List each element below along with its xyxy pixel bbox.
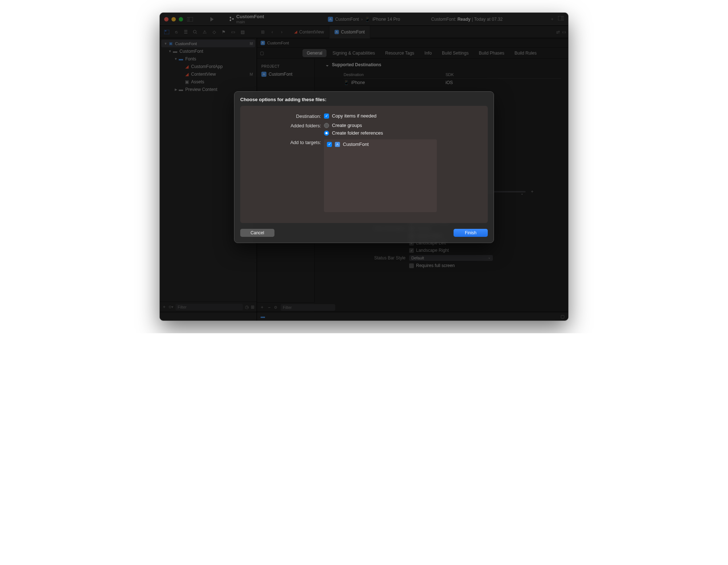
- target-item[interactable]: A CustomFont: [325, 141, 435, 148]
- targets-list: A CustomFont: [324, 139, 437, 212]
- xcode-window: CustomFont main A CustomFont › 📱 iPhone …: [160, 13, 568, 321]
- radio-label: Create folder references: [332, 130, 383, 136]
- add-files-options-dialog: Choose options for adding these files: D…: [234, 91, 494, 243]
- radio-label: Create groups: [332, 123, 362, 128]
- checkbox-target[interactable]: [327, 142, 332, 147]
- dialog-title: Choose options for adding these files:: [234, 92, 494, 106]
- checkbox-label: Copy items if needed: [332, 113, 376, 119]
- label-added-folders: Added folders:: [251, 123, 324, 136]
- finish-button[interactable]: Finish: [454, 229, 488, 237]
- modal-backdrop: Choose options for adding these files: D…: [160, 13, 568, 321]
- checkbox-copy-items[interactable]: [324, 114, 329, 119]
- target-label: CustomFont: [343, 142, 369, 147]
- radio-create-groups[interactable]: [324, 123, 329, 128]
- app-icon: A: [335, 142, 340, 147]
- radio-create-folder-references[interactable]: [324, 131, 329, 136]
- label-add-to-targets: Add to targets:: [251, 139, 324, 212]
- cancel-button[interactable]: Cancel: [240, 229, 274, 237]
- label-destination: Destination:: [251, 113, 324, 119]
